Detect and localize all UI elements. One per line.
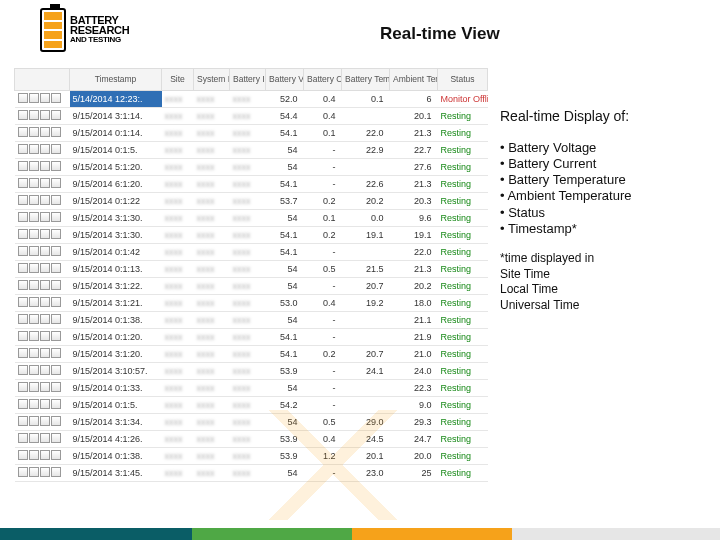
cell-blurred: xxxx: [230, 431, 266, 448]
table-row[interactable]: 9/15/2014 6:1:20.xxxxxxxxxxxx54.1-22.621…: [15, 176, 488, 193]
table-row[interactable]: 9/15/2014 3:1:21.xxxxxxxxxxxx53.00.419.2…: [15, 295, 488, 312]
col-header[interactable]: System ID: [194, 69, 230, 91]
cell-amb-temp: 24.7: [390, 431, 438, 448]
col-header[interactable]: Battery Current: [304, 69, 342, 91]
row-action-icons[interactable]: [15, 142, 70, 159]
cell-current: 0.5: [304, 261, 342, 278]
table-row[interactable]: 9/15/2014 0:1:5.xxxxxxxxxxxx54.2-9.0Rest…: [15, 397, 488, 414]
table-row[interactable]: 9/15/2014 3:10:57.xxxxxxxxxxxx53.9-24.12…: [15, 363, 488, 380]
col-header[interactable]: Battery Voltage: [266, 69, 304, 91]
cell-status: Resting: [438, 397, 488, 414]
cell-status: Resting: [438, 142, 488, 159]
cell-voltage: 54.2: [266, 397, 304, 414]
row-action-icons[interactable]: [15, 108, 70, 125]
cell-blurred: xxxx: [194, 244, 230, 261]
row-action-icons[interactable]: [15, 431, 70, 448]
side-panel: Real-time Display of: Battery VoltageBat…: [500, 108, 700, 313]
battery-icon: [40, 8, 66, 52]
table-row[interactable]: 9/15/2014 3:1:34.xxxxxxxxxxxx540.529.029…: [15, 414, 488, 431]
cell-blurred: xxxx: [162, 431, 194, 448]
table-row[interactable]: 9/15/2014 0:1:5.xxxxxxxxxxxx54-22.922.7R…: [15, 142, 488, 159]
table-row[interactable]: 9/15/2014 3:1:30.xxxxxxxxxxxx540.10.09.6…: [15, 210, 488, 227]
col-header[interactable]: Status: [438, 69, 488, 91]
table-row[interactable]: 9/15/2014 4:1:26.xxxxxxxxxxxx53.90.424.5…: [15, 431, 488, 448]
cell-timestamp: 9/15/2014 0:1:42: [70, 244, 162, 261]
row-action-icons[interactable]: [15, 159, 70, 176]
cell-amb-temp: 21.3: [390, 125, 438, 142]
cell-status: Resting: [438, 176, 488, 193]
cell-current: 0.2: [304, 193, 342, 210]
table-row[interactable]: 9/15/2014 3:1:30.xxxxxxxxxxxx54.10.219.1…: [15, 227, 488, 244]
row-action-icons[interactable]: [15, 329, 70, 346]
cell-batt-temp: 22.0: [342, 125, 390, 142]
table-row[interactable]: 9/15/2014 0:1:42xxxxxxxxxxxx54.1-22.0Res…: [15, 244, 488, 261]
cell-timestamp: 9/15/2014 0:1:33.: [70, 380, 162, 397]
row-action-icons[interactable]: [15, 278, 70, 295]
row-action-icons[interactable]: [15, 397, 70, 414]
table-row[interactable]: 9/15/2014 0:1:38.xxxxxxxxxxxx53.91.220.1…: [15, 448, 488, 465]
cell-amb-temp: 27.6: [390, 159, 438, 176]
table-row[interactable]: 9/15/2014 0:1:14.xxxxxxxxxxxx54.10.122.0…: [15, 125, 488, 142]
table-row[interactable]: 9/15/2014 0:1:22xxxxxxxxxxxx53.70.220.22…: [15, 193, 488, 210]
table-row[interactable]: 9/15/2014 3:1:20.xxxxxxxxxxxx54.10.220.7…: [15, 346, 488, 363]
table-row[interactable]: 9/15/2014 5:1:20.xxxxxxxxxxxx54-27.6Rest…: [15, 159, 488, 176]
cell-amb-temp: 21.3: [390, 261, 438, 278]
table-row[interactable]: 9/15/2014 0:1:13.xxxxxxxxxxxx540.521.521…: [15, 261, 488, 278]
cell-blurred: xxxx: [230, 125, 266, 142]
table-row[interactable]: 9/15/2014 3:1:22.xxxxxxxxxxxx54-20.720.2…: [15, 278, 488, 295]
cell-status: Resting: [438, 312, 488, 329]
row-action-icons[interactable]: [15, 261, 70, 278]
row-action-icons[interactable]: [15, 448, 70, 465]
table-row[interactable]: 9/15/2014 3:1:14.xxxxxxxxxxxx54.40.420.1…: [15, 108, 488, 125]
cell-blurred: xxxx: [230, 244, 266, 261]
row-action-icons[interactable]: [15, 210, 70, 227]
cell-batt-temp: 24.1: [342, 363, 390, 380]
row-action-icons[interactable]: [15, 193, 70, 210]
col-header[interactable]: Ambient Temperature: [390, 69, 438, 91]
cell-current: -: [304, 142, 342, 159]
row-action-icons[interactable]: [15, 295, 70, 312]
cell-amb-temp: 21.1: [390, 312, 438, 329]
col-header[interactable]: Site: [162, 69, 194, 91]
cell-blurred: xxxx: [194, 210, 230, 227]
cell-blurred: xxxx: [194, 414, 230, 431]
cell-voltage: 54.1: [266, 346, 304, 363]
table-row[interactable]: 9/15/2014 0:1:20.xxxxxxxxxxxx54.1-21.9Re…: [15, 329, 488, 346]
cell-batt-temp: [342, 329, 390, 346]
cell-blurred: xxxx: [230, 210, 266, 227]
cell-voltage: 54.4: [266, 108, 304, 125]
cell-amb-temp: 22.3: [390, 380, 438, 397]
row-action-icons[interactable]: [15, 346, 70, 363]
row-action-icons[interactable]: [15, 125, 70, 142]
cell-amb-temp: 19.1: [390, 227, 438, 244]
cell-amb-temp: 22.7: [390, 142, 438, 159]
col-header[interactable]: Timestamp: [70, 69, 162, 91]
cell-current: -: [304, 465, 342, 482]
cell-batt-temp: [342, 108, 390, 125]
row-action-icons[interactable]: [15, 465, 70, 482]
cell-batt-temp: [342, 397, 390, 414]
realtime-table[interactable]: TimestampSiteSystem IDBattery IDBattery …: [14, 68, 484, 468]
table-row[interactable]: 9/15/2014 0:1:33.xxxxxxxxxxxx54-22.3Rest…: [15, 380, 488, 397]
row-action-icons[interactable]: [15, 363, 70, 380]
cell-batt-temp: 21.5: [342, 261, 390, 278]
col-header[interactable]: Battery Temperature: [342, 69, 390, 91]
table-row[interactable]: 9/15/2014 0:1:38.xxxxxxxxxxxx54-21.1Rest…: [15, 312, 488, 329]
table-row[interactable]: 5/14/2014 12:23:.xxxxxxxxxxxx52.00.40.16…: [15, 91, 488, 108]
cell-blurred: xxxx: [162, 346, 194, 363]
col-header[interactable]: [15, 69, 70, 91]
table-row[interactable]: 9/15/2014 3:1:45.xxxxxxxxxxxx54-23.025Re…: [15, 465, 488, 482]
row-action-icons[interactable]: [15, 176, 70, 193]
row-action-icons[interactable]: [15, 380, 70, 397]
col-header[interactable]: Battery ID: [230, 69, 266, 91]
cell-timestamp: 9/15/2014 3:1:14.: [70, 108, 162, 125]
cell-voltage: 54: [266, 380, 304, 397]
cell-timestamp: 9/15/2014 0:1:14.: [70, 125, 162, 142]
row-action-icons[interactable]: [15, 227, 70, 244]
cell-blurred: xxxx: [230, 142, 266, 159]
cell-current: 0.2: [304, 346, 342, 363]
row-action-icons[interactable]: [15, 312, 70, 329]
row-action-icons[interactable]: [15, 91, 70, 108]
row-action-icons[interactable]: [15, 414, 70, 431]
row-action-icons[interactable]: [15, 244, 70, 261]
